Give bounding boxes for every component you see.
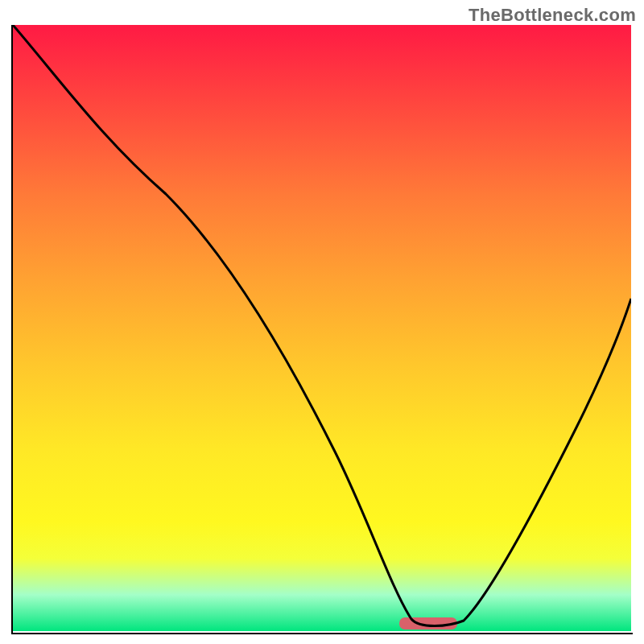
watermark-text: TheBottleneck.com — [469, 5, 636, 26]
x-axis — [11, 633, 633, 634]
bottleneck-curve-path — [13, 25, 631, 626]
y-axis — [11, 25, 13, 634]
highlight-bar — [399, 617, 457, 630]
bottleneck-curve-plot — [13, 25, 631, 631]
